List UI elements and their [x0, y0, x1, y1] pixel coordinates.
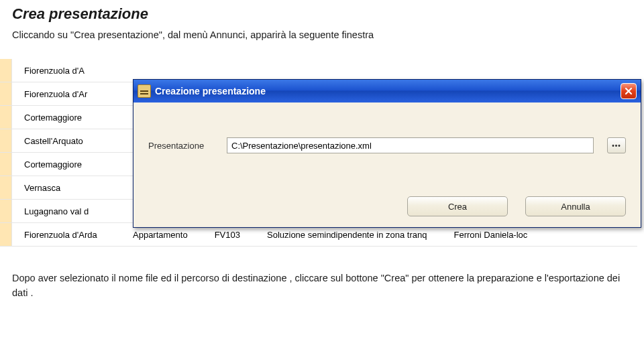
page-subtitle: Cliccando su "Crea presentazione", dal m…: [0, 23, 644, 40]
create-presentation-dialog: Creazione presentazione Presentazione ••…: [133, 79, 641, 228]
close-icon: [625, 87, 633, 95]
ellipsis-icon: •••: [612, 142, 621, 149]
close-button[interactable]: [621, 83, 637, 99]
row-indicator: [0, 59, 12, 82]
dialog-title: Creazione presentazione: [155, 86, 616, 96]
row-indicator: [0, 223, 12, 246]
page-footer-text: Dopo aver selezionato il nome file ed il…: [0, 263, 644, 301]
desc-cell: Soluzione semindipendente in zona tranq: [267, 230, 427, 240]
city-cell: Cortemaggiore: [12, 159, 133, 170]
row-indicator: [0, 176, 12, 199]
city-cell: Fiorenzuola d'A: [12, 66, 133, 76]
code-cell: FV103: [215, 230, 240, 240]
city-cell: Lugagnano val d: [12, 206, 133, 216]
row-indicator: [0, 129, 12, 152]
row-indicator: [0, 82, 12, 105]
city-cell: Fiorenzuola d'Arda: [12, 230, 133, 240]
browse-button[interactable]: •••: [607, 137, 626, 153]
page-title: Crea presentazione: [0, 0, 644, 23]
presentation-path-input[interactable]: [227, 137, 594, 153]
row-indicator: [0, 106, 12, 129]
city-cell: Cortemaggiore: [12, 113, 133, 123]
city-cell: Castell'Arquato: [12, 136, 133, 146]
row-indicator: [0, 153, 12, 176]
cancel-button[interactable]: Annulla: [525, 196, 626, 216]
city-cell: Vernasca: [12, 183, 133, 193]
create-button[interactable]: Crea: [407, 196, 508, 216]
dialog-titlebar[interactable]: Creazione presentazione: [133, 80, 641, 103]
type-cell: Appartamento: [133, 230, 188, 240]
screenshot-region: Fiorenzuola d'A Fiorenzuola d'Ar Cortema…: [0, 59, 644, 263]
agent-cell: Ferroni Daniela-loc: [454, 230, 528, 240]
presentation-label: Presentazione: [148, 141, 212, 151]
presentation-icon: [138, 84, 151, 98]
city-cell: Fiorenzuola d'Ar: [12, 89, 133, 99]
row-indicator: [0, 200, 12, 222]
